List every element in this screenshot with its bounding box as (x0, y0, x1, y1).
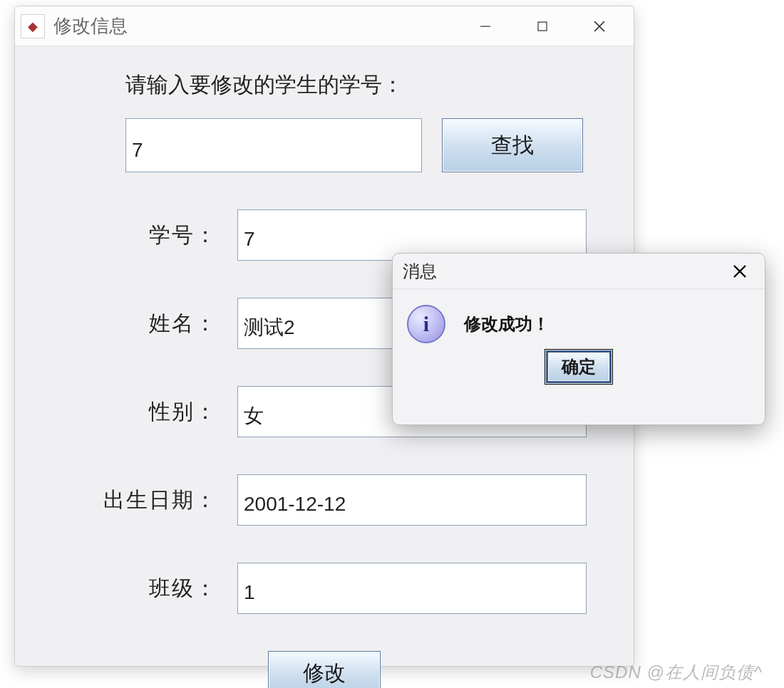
search-button[interactable]: 查找 (442, 118, 583, 172)
search-row: 查找 (125, 118, 612, 172)
label-birthdate: 出生日期： (36, 486, 237, 515)
dialog-message: 修改成功！ (464, 313, 550, 335)
input-class[interactable] (237, 563, 587, 614)
close-icon (592, 19, 607, 33)
maximize-icon (536, 20, 549, 33)
label-class: 班级： (36, 574, 237, 603)
label-name: 姓名： (36, 309, 237, 338)
dialog-close-button[interactable] (725, 256, 755, 286)
close-button[interactable] (571, 6, 628, 46)
dialog-title-text: 消息 (403, 260, 437, 283)
dialog-titlebar: 消息 (393, 254, 765, 289)
info-icon: i (407, 305, 445, 343)
input-birthdate[interactable] (237, 474, 587, 526)
minimize-icon (478, 19, 492, 33)
window-title: 修改信息 (53, 14, 128, 38)
search-input[interactable] (125, 118, 422, 172)
prompt-label: 请输入要修改的学生的学号： (125, 71, 612, 100)
submit-row: 修改 (36, 651, 612, 688)
message-dialog: 消息 i 修改成功！ 确定 (392, 253, 765, 425)
titlebar-controls (457, 6, 628, 46)
row-class: 班级： (36, 563, 612, 614)
maximize-button[interactable] (514, 6, 571, 46)
close-icon (732, 264, 748, 279)
titlebar: ◆ 修改信息 (15, 6, 634, 46)
label-gender: 性别： (36, 397, 237, 427)
svg-rect-1 (538, 22, 547, 31)
watermark: CSDN @在人间负债^ (590, 661, 763, 684)
row-birthdate: 出生日期： (36, 474, 612, 526)
dialog-body: i 修改成功！ (393, 289, 765, 350)
dialog-ok-button[interactable]: 确定 (546, 350, 612, 383)
submit-button[interactable]: 修改 (268, 651, 381, 688)
label-student-id: 学号： (36, 221, 237, 250)
dialog-button-row: 确定 (393, 350, 765, 393)
app-icon: ◆ (21, 14, 45, 38)
minimize-button[interactable] (457, 6, 514, 46)
